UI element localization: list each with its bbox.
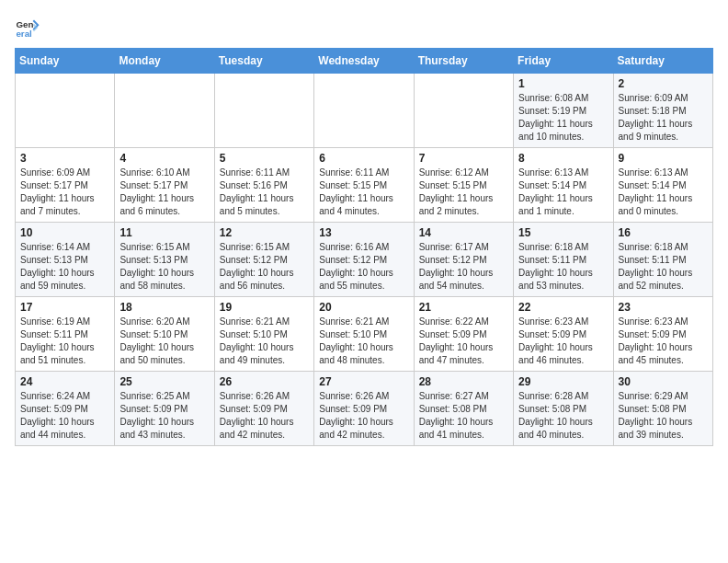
day-info: Sunrise: 6:16 AMSunset: 5:12 PMDaylight:…: [319, 241, 408, 293]
calendar-header-row: SundayMondayTuesdayWednesdayThursdayFrid…: [16, 49, 713, 74]
day-info: Sunrise: 6:10 AMSunset: 5:17 PMDaylight:…: [119, 167, 209, 218]
calendar-cell: 12Sunrise: 6:15 AMSunset: 5:12 PMDayligh…: [214, 223, 313, 297]
day-number: 26: [220, 375, 309, 388]
calendar-cell: 18Sunrise: 6:20 AMSunset: 5:10 PMDayligh…: [115, 297, 214, 372]
calendar-cell: 27Sunrise: 6:26 AMSunset: 5:09 PMDayligh…: [314, 372, 414, 446]
day-number: 14: [419, 226, 508, 239]
day-number: 12: [220, 226, 309, 239]
logo-icon: Gen eral: [15, 15, 40, 40]
logo: Gen eral: [15, 15, 44, 40]
calendar-cell: 3Sunrise: 6:09 AMSunset: 5:17 PMDaylight…: [16, 148, 115, 223]
day-info: Sunrise: 6:26 AMSunset: 5:09 PMDaylight:…: [220, 390, 309, 442]
calendar-cell: [314, 74, 414, 148]
day-info: Sunrise: 6:29 AMSunset: 5:08 PMDaylight:…: [619, 390, 708, 442]
day-number: 22: [518, 301, 608, 314]
day-header-wednesday: Wednesday: [314, 49, 414, 74]
day-info: Sunrise: 6:22 AMSunset: 5:09 PMDaylight:…: [419, 316, 508, 367]
calendar-cell: 22Sunrise: 6:23 AMSunset: 5:09 PMDayligh…: [514, 297, 613, 372]
calendar-cell: 19Sunrise: 6:21 AMSunset: 5:10 PMDayligh…: [214, 297, 313, 372]
day-info: Sunrise: 6:18 AMSunset: 5:11 PMDaylight:…: [619, 241, 708, 293]
day-number: 18: [119, 301, 209, 314]
day-number: 8: [518, 152, 608, 165]
day-info: Sunrise: 6:28 AMSunset: 5:08 PMDaylight:…: [518, 390, 608, 442]
calendar-cell: 25Sunrise: 6:25 AMSunset: 5:09 PMDayligh…: [115, 372, 214, 446]
day-info: Sunrise: 6:12 AMSunset: 5:15 PMDaylight:…: [419, 167, 508, 218]
day-info: Sunrise: 6:17 AMSunset: 5:12 PMDaylight:…: [419, 241, 508, 293]
day-number: 20: [319, 301, 408, 314]
day-number: 3: [20, 152, 109, 165]
calendar-cell: 2Sunrise: 6:09 AMSunset: 5:18 PMDaylight…: [613, 74, 712, 148]
calendar-table: SundayMondayTuesdayWednesdayThursdayFrid…: [15, 48, 713, 446]
day-info: Sunrise: 6:14 AMSunset: 5:13 PMDaylight:…: [20, 241, 109, 293]
calendar-cell: 6Sunrise: 6:11 AMSunset: 5:15 PMDaylight…: [314, 148, 414, 223]
calendar-cell: 8Sunrise: 6:13 AMSunset: 5:14 PMDaylight…: [514, 148, 613, 223]
page-header: Gen eral: [15, 15, 713, 40]
day-info: Sunrise: 6:13 AMSunset: 5:14 PMDaylight:…: [619, 167, 708, 218]
day-number: 2: [619, 77, 708, 90]
day-number: 15: [518, 226, 608, 239]
day-number: 24: [20, 375, 109, 388]
day-number: 5: [220, 152, 309, 165]
calendar-cell: 15Sunrise: 6:18 AMSunset: 5:11 PMDayligh…: [514, 223, 613, 297]
day-info: Sunrise: 6:13 AMSunset: 5:14 PMDaylight:…: [518, 167, 608, 218]
day-info: Sunrise: 6:11 AMSunset: 5:16 PMDaylight:…: [220, 167, 309, 218]
calendar-cell: 16Sunrise: 6:18 AMSunset: 5:11 PMDayligh…: [613, 223, 712, 297]
calendar-cell: 29Sunrise: 6:28 AMSunset: 5:08 PMDayligh…: [514, 372, 613, 446]
day-number: 21: [419, 301, 508, 314]
day-number: 16: [619, 226, 708, 239]
calendar-week-row: 17Sunrise: 6:19 AMSunset: 5:11 PMDayligh…: [16, 297, 713, 372]
day-info: Sunrise: 6:09 AMSunset: 5:17 PMDaylight:…: [20, 167, 109, 218]
day-number: 11: [119, 226, 209, 239]
calendar-week-row: 10Sunrise: 6:14 AMSunset: 5:13 PMDayligh…: [16, 223, 713, 297]
calendar-cell: 23Sunrise: 6:23 AMSunset: 5:09 PMDayligh…: [613, 297, 712, 372]
day-info: Sunrise: 6:23 AMSunset: 5:09 PMDaylight:…: [619, 316, 708, 367]
calendar-cell: 10Sunrise: 6:14 AMSunset: 5:13 PMDayligh…: [16, 223, 115, 297]
day-info: Sunrise: 6:20 AMSunset: 5:10 PMDaylight:…: [119, 316, 209, 367]
day-number: 30: [619, 375, 708, 388]
day-number: 6: [319, 152, 408, 165]
calendar-cell: 1Sunrise: 6:08 AMSunset: 5:19 PMDaylight…: [514, 74, 613, 148]
calendar-cell: 21Sunrise: 6:22 AMSunset: 5:09 PMDayligh…: [414, 297, 513, 372]
calendar-cell: 17Sunrise: 6:19 AMSunset: 5:11 PMDayligh…: [16, 297, 115, 372]
calendar-cell: 14Sunrise: 6:17 AMSunset: 5:12 PMDayligh…: [414, 223, 513, 297]
calendar-cell: 11Sunrise: 6:15 AMSunset: 5:13 PMDayligh…: [115, 223, 214, 297]
calendar-cell: 30Sunrise: 6:29 AMSunset: 5:08 PMDayligh…: [613, 372, 712, 446]
svg-text:eral: eral: [16, 29, 32, 39]
day-info: Sunrise: 6:15 AMSunset: 5:13 PMDaylight:…: [119, 241, 209, 293]
day-number: 9: [619, 152, 708, 165]
day-number: 17: [20, 301, 109, 314]
day-number: 23: [619, 301, 708, 314]
calendar-cell: 28Sunrise: 6:27 AMSunset: 5:08 PMDayligh…: [414, 372, 513, 446]
calendar-cell: 7Sunrise: 6:12 AMSunset: 5:15 PMDaylight…: [414, 148, 513, 223]
day-number: 4: [119, 152, 209, 165]
calendar-cell: 26Sunrise: 6:26 AMSunset: 5:09 PMDayligh…: [214, 372, 313, 446]
day-number: 13: [319, 226, 408, 239]
calendar-cell: 4Sunrise: 6:10 AMSunset: 5:17 PMDaylight…: [115, 148, 214, 223]
day-header-thursday: Thursday: [414, 49, 513, 74]
calendar-cell: 5Sunrise: 6:11 AMSunset: 5:16 PMDaylight…: [214, 148, 313, 223]
day-header-tuesday: Tuesday: [214, 49, 313, 74]
day-number: 27: [319, 375, 408, 388]
calendar-cell: 20Sunrise: 6:21 AMSunset: 5:10 PMDayligh…: [314, 297, 414, 372]
day-number: 1: [518, 77, 608, 90]
day-header-monday: Monday: [115, 49, 214, 74]
day-number: 25: [119, 375, 209, 388]
calendar-cell: 24Sunrise: 6:24 AMSunset: 5:09 PMDayligh…: [16, 372, 115, 446]
calendar-week-row: 3Sunrise: 6:09 AMSunset: 5:17 PMDaylight…: [16, 148, 713, 223]
day-header-saturday: Saturday: [613, 49, 712, 74]
day-info: Sunrise: 6:25 AMSunset: 5:09 PMDaylight:…: [119, 390, 209, 442]
day-info: Sunrise: 6:18 AMSunset: 5:11 PMDaylight:…: [518, 241, 608, 293]
day-number: 10: [20, 226, 109, 239]
day-header-sunday: Sunday: [16, 49, 115, 74]
calendar-cell: 9Sunrise: 6:13 AMSunset: 5:14 PMDaylight…: [613, 148, 712, 223]
day-number: 29: [518, 375, 608, 388]
day-info: Sunrise: 6:23 AMSunset: 5:09 PMDaylight:…: [518, 316, 608, 367]
calendar-week-row: 24Sunrise: 6:24 AMSunset: 5:09 PMDayligh…: [16, 372, 713, 446]
day-info: Sunrise: 6:15 AMSunset: 5:12 PMDaylight:…: [220, 241, 309, 293]
day-info: Sunrise: 6:09 AMSunset: 5:18 PMDaylight:…: [619, 92, 708, 144]
day-number: 28: [419, 375, 508, 388]
calendar-cell: [16, 74, 115, 148]
calendar-cell: [115, 74, 214, 148]
day-number: 7: [419, 152, 508, 165]
day-info: Sunrise: 6:21 AMSunset: 5:10 PMDaylight:…: [319, 316, 408, 367]
